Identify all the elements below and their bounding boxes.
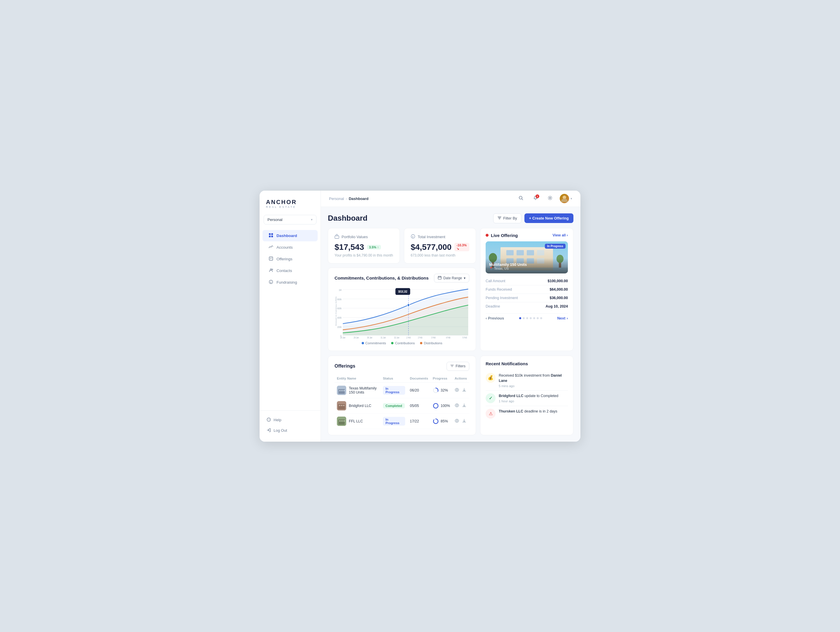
breadcrumb-current: Dashboard <box>349 197 369 201</box>
sidebar-item-dashboard[interactable]: Dashboard <box>262 230 317 241</box>
date-range-button[interactable]: Date Range ▾ <box>434 274 469 282</box>
progress-ring <box>433 403 439 409</box>
previous-button[interactable]: ‹ Previous <box>486 316 504 320</box>
chevron-left-icon: ‹ <box>486 316 487 320</box>
call-amount-label: Call Amount <box>486 279 505 283</box>
offerings-icon <box>268 256 273 262</box>
view-icon[interactable] <box>455 403 459 408</box>
svg-text:?: ? <box>268 419 270 421</box>
svg-text:1 Feb: 1 Feb <box>406 336 411 339</box>
sidebar-item-contacts[interactable]: Contacts <box>262 265 317 276</box>
svg-point-57 <box>407 303 409 307</box>
svg-text:28 Jan: 28 Jan <box>340 336 345 339</box>
search-button[interactable] <box>516 194 526 203</box>
svg-rect-77 <box>343 390 345 391</box>
action-icons <box>455 388 467 393</box>
col-status: Status <box>381 375 408 383</box>
table-row: Bridgford LLC Completed 05/05 <box>335 398 469 413</box>
notification-time: 5 mins ago <box>499 384 568 388</box>
view-all-link[interactable]: View all › <box>553 233 568 237</box>
sidebar-item-fundraising[interactable]: $ Fundraising <box>262 277 317 288</box>
chevron-down-icon: ▾ <box>464 276 466 280</box>
documents-cell: 05/05 <box>407 398 431 413</box>
user-avatar-button[interactable]: ▾ <box>560 194 572 203</box>
sidebar-item-fundraising-label: Fundraising <box>276 280 297 285</box>
sidebar-item-offerings[interactable]: Offerings <box>262 253 317 265</box>
dot-7[interactable] <box>540 317 542 319</box>
view-icon[interactable] <box>455 419 459 424</box>
col-entity-name: Entity Name <box>335 375 381 383</box>
filters-label: Filters <box>456 364 466 368</box>
offerings-table: Entity Name Status Documents Progress Ac… <box>335 375 469 429</box>
svg-point-7 <box>270 269 272 270</box>
pending-investment-label: Pending Investment <box>486 296 518 300</box>
distributions-label: Distributions <box>424 341 442 345</box>
svg-rect-83 <box>339 405 340 406</box>
sidebar-item-logout[interactable]: Log Out <box>264 425 316 436</box>
svg-line-15 <box>522 199 523 200</box>
table-row: Texas Multifamily 150 Units In Progress … <box>335 383 469 398</box>
live-offering-header: Live Offering View all › <box>486 233 568 238</box>
sidebar-item-accounts-label: Accounts <box>276 245 293 249</box>
dot-6[interactable] <box>537 317 539 319</box>
legend-commitments: Commitments <box>362 341 386 345</box>
entity-name: Bridgford LLC <box>349 404 371 408</box>
live-indicator <box>486 234 488 237</box>
status-badge: In Progress <box>383 417 406 426</box>
contributions-label: Contributions <box>395 341 415 345</box>
sidebar-item-help[interactable]: ? Help <box>264 415 316 425</box>
notification-content: Bridgford LLC update to Completed 1 hour… <box>499 393 568 403</box>
next-button[interactable]: Next › <box>557 316 568 320</box>
svg-point-96 <box>456 420 458 422</box>
logout-icon <box>267 428 271 433</box>
notifications-button[interactable]: 1 <box>531 194 540 203</box>
dot-2[interactable] <box>523 317 525 319</box>
progress-cell: 85% <box>433 418 450 424</box>
portfolio-values-label: Portfolio Values <box>341 235 368 239</box>
main-nav: Dashboard Accounts Offerings Contacts <box>260 230 321 410</box>
chart-card: Commitments, Contributions, & Distributi… <box>328 268 476 351</box>
notification-text: Received $10k investment from Daniel Lan… <box>499 373 568 383</box>
accounts-icon <box>268 244 273 250</box>
dot-1[interactable] <box>519 317 521 319</box>
svg-rect-3 <box>271 236 273 237</box>
download-icon[interactable] <box>462 388 466 393</box>
topbar-actions: 1 ▾ <box>516 194 572 203</box>
svg-text:1M: 1M <box>339 288 341 291</box>
notification-icon-check: ✓ <box>486 393 496 403</box>
download-icon[interactable] <box>462 403 466 408</box>
workspace-selector[interactable]: Personal ▾ <box>264 215 316 224</box>
dot-3[interactable] <box>526 317 528 319</box>
sidebar-item-dashboard-label: Dashboard <box>276 233 297 238</box>
svg-rect-2 <box>269 236 271 237</box>
filter-by-button[interactable]: Filter By <box>493 213 521 223</box>
funds-received-label: Funds Received <box>486 287 512 292</box>
dot-5[interactable] <box>533 317 535 319</box>
offerings-filters-button[interactable]: Filters <box>447 362 469 371</box>
breadcrumb: Personal › Dashboard <box>329 197 369 201</box>
notification-text: Bridgford LLC update to Completed <box>499 393 568 399</box>
download-icon[interactable] <box>462 419 466 424</box>
entity-cell: Bridgford LLC <box>337 401 378 410</box>
entity-thumb <box>337 416 346 426</box>
topbar: Personal › Dashboard 1 <box>321 191 580 207</box>
total-investment-value: $4,577,000 <box>411 243 452 252</box>
pending-investment-row: Pending Investment $36,000.00 <box>486 294 568 302</box>
entity-name: Texas Multifamily 150 Units <box>349 386 378 394</box>
money-icon: 💰 <box>488 375 494 380</box>
view-icon[interactable] <box>455 388 459 393</box>
sidebar-item-accounts[interactable]: Accounts <box>262 242 317 253</box>
entity-thumb <box>337 401 346 410</box>
dot-4[interactable] <box>530 317 532 319</box>
svg-text:31 Jan: 31 Jan <box>381 336 386 339</box>
chart-area: 1M 800k 600k 400k 200k 0 <box>335 287 469 339</box>
svg-point-87 <box>433 403 438 408</box>
status-badge: In Progress <box>383 386 406 395</box>
create-new-offering-label: + Create New Offering <box>529 216 569 221</box>
svg-point-8 <box>272 269 273 270</box>
action-icons <box>455 419 467 424</box>
header-actions: Filter By + Create New Offering <box>493 213 573 223</box>
progress-ring <box>433 388 439 393</box>
create-new-offering-button[interactable]: + Create New Offering <box>524 213 573 223</box>
settings-button[interactable] <box>545 194 555 203</box>
